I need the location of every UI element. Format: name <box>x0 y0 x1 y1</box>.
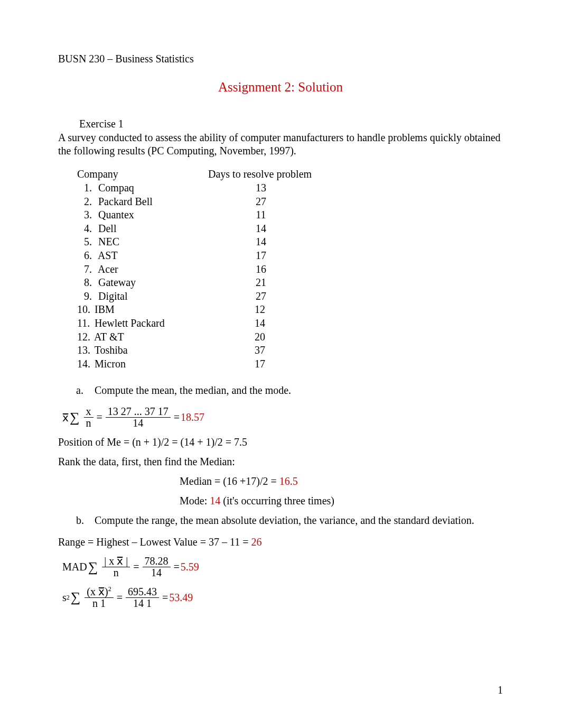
var-frac1: (x x̅)2 n 1 <box>85 586 113 609</box>
row-number: 4. <box>77 222 93 236</box>
mode-line: Mode: 14 (it's occurring three times) <box>180 495 503 507</box>
equals-sign: = <box>133 561 139 573</box>
exercise-label: Exercise 1 <box>79 118 503 130</box>
equals-sign: = <box>174 561 180 573</box>
row-number: 9. <box>77 290 93 303</box>
row-company: Quantex <box>93 208 208 222</box>
equals-sign: = <box>97 411 102 423</box>
median-value: 16.5 <box>279 475 298 487</box>
mad-result: 5.59 <box>181 561 199 573</box>
row-company: Hewlett Packard <box>92 317 207 330</box>
row-number: 11. <box>77 317 92 330</box>
row-company: Packard Bell <box>93 195 208 209</box>
median-line: Median = (16 +17)/2 = 16.5 <box>180 475 503 487</box>
var-frac1-num: (x x̅)2 <box>85 586 113 598</box>
median-pre: Median = (16 +17)/2 = <box>180 475 279 487</box>
mad-label: MAD <box>62 561 87 573</box>
var-frac1-num-pre: (x x̅) <box>87 586 108 597</box>
question-a-letter: a. <box>76 384 92 397</box>
mad-frac1-den: n <box>111 567 121 578</box>
row-number: 12. <box>77 330 92 344</box>
var-frac2-den: 14 1 <box>131 598 154 609</box>
row-days: 20 <box>207 330 313 344</box>
row-days: 17 <box>208 249 314 263</box>
row-company: Acer <box>93 263 208 277</box>
mean-lhs: x̅ <box>62 411 69 424</box>
row-company: Digital <box>93 290 208 303</box>
table-row: 5. NEC14 <box>77 235 503 249</box>
row-company: AST <box>93 249 208 263</box>
row-number: 7. <box>77 263 93 277</box>
median-position: Position of Me = (n + 1)/2 = (14 + 1)/2 … <box>58 436 503 448</box>
table-row: 8. Gateway21 <box>77 276 503 290</box>
page-number: 1 <box>498 684 503 696</box>
table-row: 14. Micron17 <box>77 357 503 371</box>
row-days: 27 <box>208 290 314 303</box>
mode-pre: Mode: <box>180 495 210 506</box>
range-value: 26 <box>251 536 261 548</box>
mad-frac2: 78.28 14 <box>143 556 171 578</box>
equals-sign: = <box>162 592 168 604</box>
row-days: 37 <box>207 344 313 357</box>
row-days: 14 <box>208 235 314 249</box>
row-days: 13 <box>208 181 314 195</box>
row-company: NEC <box>93 235 208 249</box>
variance-equation: s2 ∑ (x x̅)2 n 1 = 695.43 14 1 = 53.49 <box>62 586 503 609</box>
var-frac1-den: n 1 <box>90 598 108 609</box>
table-row: 12. AT &T20 <box>77 330 503 344</box>
row-days: 14 <box>208 222 314 236</box>
header-days: Days to resolve problem <box>208 168 324 180</box>
document-title: Assignment 2: Solution <box>58 80 503 95</box>
table-row: 10. IBM12 <box>77 303 503 317</box>
mean-frac1-num: x <box>84 406 94 418</box>
range-line: Range = Highest – Lowest Value = 37 – 11… <box>58 536 503 548</box>
mode-post: (it's occurring three times) <box>220 495 334 506</box>
rank-instruction: Rank the data, first, then find the Medi… <box>58 456 503 468</box>
row-number: 8. <box>77 276 93 290</box>
row-number: 13. <box>77 344 92 357</box>
question-b-letter: b. <box>76 514 92 527</box>
row-days: 16 <box>208 263 314 277</box>
variance-sup: 2 <box>67 594 70 602</box>
table-row: 13. Toshiba37 <box>77 344 503 357</box>
table-header-row: Company Days to resolve problem <box>77 168 503 180</box>
sigma-icon: ∑ <box>88 559 98 575</box>
question-b-text: Compute the range, the mean absolute dev… <box>95 514 474 526</box>
row-days: 17 <box>207 357 313 371</box>
table-row: 4. Dell14 <box>77 222 503 236</box>
table-row: 11. Hewlett Packard14 <box>77 317 503 330</box>
row-company: Compaq <box>93 181 208 195</box>
row-days: 11 <box>208 208 314 222</box>
question-b: b. Compute the range, the mean absolute … <box>76 514 503 527</box>
mean-frac2-num: 13 27 ... 37 17 <box>106 406 171 418</box>
variance-label: s <box>62 592 67 604</box>
mad-frac2-den: 14 <box>149 567 164 578</box>
mean-result: 18.57 <box>181 411 204 423</box>
row-number: 10. <box>77 303 92 317</box>
row-days: 12 <box>207 303 313 317</box>
equals-sign: = <box>117 592 123 604</box>
table-row: 3. Quantex11 <box>77 208 503 222</box>
document-page: BUSN 230 – Business Statistics Assignmen… <box>0 0 561 728</box>
row-company: Gateway <box>93 276 208 290</box>
table-row: 9. Digital27 <box>77 290 503 303</box>
row-days: 14 <box>207 317 313 330</box>
mean-frac1-den: n <box>84 418 94 429</box>
variance-result: 53.49 <box>169 592 193 604</box>
mean-frac2: 13 27 ... 37 17 14 <box>106 406 171 429</box>
equals-sign: = <box>174 411 180 423</box>
mad-frac2-num: 78.28 <box>143 556 171 567</box>
row-days: 27 <box>208 195 314 209</box>
sigma-icon: ∑ <box>71 589 81 605</box>
table-row: 6. AST17 <box>77 249 503 263</box>
row-number: 5. <box>77 235 93 249</box>
table-row: 2. Packard Bell27 <box>77 195 503 209</box>
row-number: 1. <box>77 181 93 195</box>
var-frac2: 695.43 14 1 <box>126 586 159 609</box>
row-number: 3. <box>77 208 93 222</box>
row-company: IBM <box>92 303 207 317</box>
row-company: Dell <box>93 222 208 236</box>
mad-frac1: | x x̅ | n <box>102 556 130 578</box>
data-table: Company Days to resolve problem 1. Compa… <box>77 168 503 371</box>
var-frac1-num-sup: 2 <box>108 585 111 593</box>
